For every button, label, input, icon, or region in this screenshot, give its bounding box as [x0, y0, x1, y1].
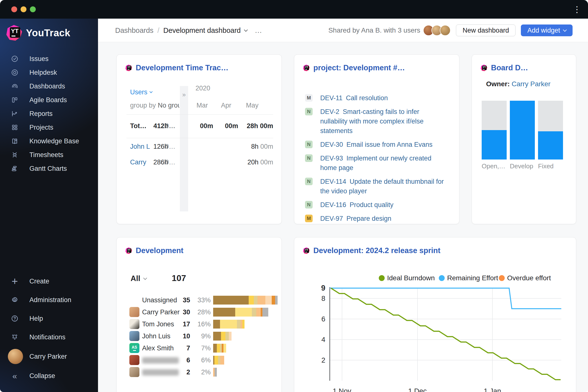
window-zoom-button[interactable] — [30, 6, 36, 12]
assignee-row-alex-smith[interactable]: ASAlex Smith 7 7% — [116, 342, 282, 354]
burndown-chart: 986421 Nov1 Dec1 Jan — [294, 238, 576, 392]
youtrack-logo-text: YouTrack — [26, 28, 70, 38]
window-menu-icon[interactable]: ⋮ — [573, 4, 581, 15]
issue-id[interactable]: DEV-93 — [320, 154, 343, 162]
assignee-bar — [213, 332, 232, 340]
sidebar-item-help[interactable]: Help — [0, 309, 98, 328]
issue-row-dev-11[interactable]: MDEV-11Call resolution — [308, 93, 446, 103]
issue-row-dev-30[interactable]: NDEV-30Email issue from Anna Evans — [308, 140, 446, 150]
group-by-value[interactable]: No grou — [158, 102, 179, 109]
sidebar-item-profile[interactable]: Carry Parker — [0, 346, 98, 366]
page-header: Dashboards / Development dashboard … Sha… — [98, 18, 588, 42]
youtrack-logo[interactable]: YT YouTrack — [6, 25, 70, 41]
shared-by-text: Shared by Ana B. with 3 users — [328, 26, 420, 34]
widget-icon: YT — [126, 65, 132, 71]
sidebar-bottom-nav: +CreateAdministrationHelpNotifications C… — [0, 272, 98, 385]
sidebar-item-reports[interactable]: Reports — [0, 107, 98, 120]
users-dropdown[interactable]: Users — [130, 88, 152, 96]
board-icon — [11, 96, 18, 104]
year-label: 2020 — [196, 84, 210, 92]
assignee-row-tom-jones[interactable]: Tom Jones 17 16% — [116, 318, 282, 330]
sidebar-item-gantt-charts[interactable]: Gantt Charts — [0, 162, 98, 176]
sidebar-item-collapse[interactable]: « Collapse — [0, 366, 98, 385]
widget-title[interactable]: Board D… — [491, 64, 528, 72]
issue-id[interactable]: DEV-2 — [320, 108, 339, 116]
widget-time-tracking: YT Development Time Trac… Users group by… — [116, 54, 282, 224]
sidebar-item-notifications[interactable]: Notifications — [0, 328, 98, 346]
sidebar-item-knowledge-base[interactable]: Knowledge Base — [0, 134, 98, 148]
issue-type-badge: N — [305, 154, 312, 162]
assignee-percent: 9% — [116, 332, 211, 340]
sidebar-item-create[interactable]: +Create — [0, 272, 98, 290]
assignee-bar — [213, 356, 224, 364]
assignee-percent: 33% — [116, 296, 211, 304]
assignee-percent: 2% — [116, 368, 211, 376]
add-widget-button[interactable]: Add widget — [521, 24, 572, 36]
gear-icon — [11, 296, 18, 304]
issue-row-dev-97[interactable]: MDEV-97Prepare design — [308, 214, 446, 224]
question-circle-icon — [11, 314, 18, 322]
issue-row-dev-116[interactable]: NDEV-116Product quality — [308, 200, 446, 210]
shared-avatars[interactable] — [426, 25, 450, 36]
total-apr: 00m — [225, 122, 238, 130]
svg-text:2: 2 — [322, 356, 325, 364]
issue-id[interactable]: DEV-30 — [320, 141, 343, 148]
assignee-row-carry-parker[interactable]: Carry Parker 30 28% — [116, 306, 282, 318]
window-titlebar: ⋮ — [0, 0, 588, 18]
sidebar-item-issues[interactable]: Issues — [0, 52, 98, 66]
expand-columns-control[interactable]: » — [180, 86, 188, 212]
issue-id[interactable]: DEV-114 — [320, 178, 346, 185]
user-link[interactable]: John L — [130, 143, 150, 150]
assignee-row[interactable]: 6 6% — [116, 354, 282, 366]
sidebar-item-agile-boards[interactable]: Agile Boards — [0, 93, 98, 107]
new-dashboard-button[interactable]: New dashboard — [456, 24, 516, 36]
total-label: Tot… — [130, 122, 146, 130]
issue-summary[interactable]: Email issue from Anna Evans — [346, 141, 432, 148]
user-may-value: 20h 00m — [248, 158, 273, 166]
sidebar-item-dashboards[interactable]: Dashboards — [0, 80, 98, 93]
issue-row-dev-93[interactable]: NDEV-93Implement our newly created home … — [308, 154, 446, 173]
window-close-button[interactable] — [11, 6, 17, 12]
widget-title[interactable]: Development — [136, 246, 184, 255]
board-bar-open — [482, 101, 507, 160]
user-link[interactable]: Carry — [130, 158, 146, 166]
widget-project-issues: YT project: Development #… MDEV-11Call r… — [294, 54, 460, 224]
issue-summary[interactable]: Call resolution — [346, 94, 388, 102]
sidebar-item-helpdesk[interactable]: Helpdesk — [0, 66, 98, 80]
gantt-icon — [11, 165, 18, 172]
sidebar: YT YouTrack IssuesHelpdeskDashboardsAgil… — [0, 18, 98, 392]
filter-dropdown[interactable]: All — [130, 274, 146, 283]
board-bar-label: Develop — [510, 162, 535, 170]
assignee-row-unassigned[interactable]: Unassigned 35 33% — [116, 294, 282, 306]
sidebar-item-timesheets[interactable]: Timesheets — [0, 148, 98, 162]
issue-row-dev-2[interactable]: NDEV-2Smart-casting fails to infer nulla… — [308, 107, 446, 136]
chevron-down-icon[interactable] — [244, 28, 248, 32]
gauge-icon — [11, 82, 18, 90]
widget-title[interactable]: Development Time Trac… — [136, 64, 228, 72]
youtrack-logo-icon: YT — [6, 25, 22, 41]
issue-id[interactable]: DEV-97 — [320, 215, 343, 222]
issue-summary[interactable]: Prepare design — [346, 215, 391, 222]
board-owner: Owner: Carry Parker — [486, 80, 550, 88]
assignee-percent: 16% — [116, 320, 211, 328]
svg-text:9: 9 — [321, 284, 325, 292]
app-window: ⋮ YT YouTrack IssuesHelpdeskDashboardsAg… — [0, 0, 588, 392]
issue-id[interactable]: DEV-11 — [320, 94, 342, 102]
group-by-label: group by — [130, 102, 156, 109]
hourglass-icon — [11, 151, 18, 159]
sidebar-item-projects[interactable]: Projects — [0, 120, 98, 134]
issue-id[interactable]: DEV-116 — [320, 201, 346, 208]
more-options-icon[interactable]: … — [254, 26, 262, 34]
assignee-row-john-luis[interactable]: John Luis 10 9% — [116, 330, 282, 342]
issue-summary[interactable]: Product quality — [350, 201, 394, 208]
breadcrumb-dashboards[interactable]: Dashboards — [115, 26, 153, 34]
svg-text:1 Nov: 1 Nov — [333, 387, 351, 392]
window-minimize-button[interactable] — [20, 6, 26, 12]
sidebar-item-administration[interactable]: Administration — [0, 290, 98, 309]
widget-icon: YT — [126, 248, 132, 254]
owner-link[interactable]: Carry Parker — [512, 80, 550, 88]
total-mar: 00m — [200, 122, 213, 130]
assignee-row[interactable]: 2 2% — [116, 366, 282, 378]
widget-title[interactable]: project: Development #… — [313, 64, 405, 72]
issue-row-dev-114[interactable]: NDEV-114Update the default thumbnail for… — [308, 177, 446, 196]
